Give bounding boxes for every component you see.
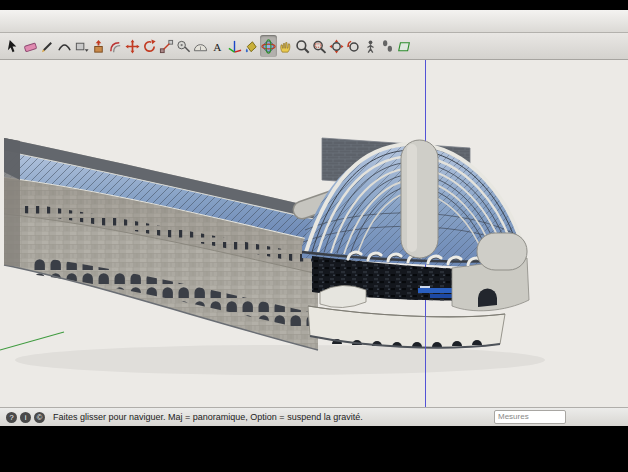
zoom-tool-button[interactable] (294, 35, 311, 57)
offset-tool-button[interactable] (107, 35, 124, 57)
zoom-extents-tool-button[interactable] (328, 35, 345, 57)
green-axis-line (0, 332, 64, 350)
status-hint-text: Faites glisser pour naviguer. Maj = pano… (53, 412, 363, 422)
status-info-icon[interactable]: i (20, 412, 31, 423)
status-bar: ? i © Faites glisser pour naviguer. Maj … (0, 407, 628, 426)
eraser-tool-button[interactable] (22, 35, 39, 57)
screen: A (0, 0, 628, 472)
right-end-cylinder (477, 233, 527, 270)
select-tool-button[interactable] (5, 35, 22, 57)
previous-view-tool-button[interactable] (345, 35, 362, 57)
building-right-section (302, 138, 529, 348)
model-scene (0, 60, 628, 407)
shapes-tool-button[interactable] (73, 35, 90, 57)
walk-tool-button[interactable] (379, 35, 396, 57)
tape-measure-tool-button[interactable] (175, 35, 192, 57)
push-pull-tool-button[interactable] (90, 35, 107, 57)
measurements-field[interactable]: Mesures (494, 410, 566, 424)
text-tool-button[interactable]: A (209, 35, 226, 57)
pan-tool-button[interactable] (277, 35, 294, 57)
window-titlebar (0, 10, 628, 33)
toolbar: A (0, 33, 628, 60)
rotate-tool-button[interactable] (141, 35, 158, 57)
line-tool-button[interactable] (39, 35, 56, 57)
drawing-canvas[interactable] (0, 60, 628, 407)
building-left-wing (4, 138, 318, 350)
section-plane-tool-button[interactable] (396, 35, 413, 57)
arc-tool-button[interactable] (56, 35, 73, 57)
position-camera-tool-button[interactable] (362, 35, 379, 57)
move-tool-button[interactable] (124, 35, 141, 57)
paint-bucket-tool-button[interactable] (243, 35, 260, 57)
protractor-tool-button[interactable] (192, 35, 209, 57)
ground-shadow (15, 345, 545, 375)
interior-white-object (320, 285, 366, 307)
scale-tool-button[interactable] (158, 35, 175, 57)
zoom-window-tool-button[interactable] (311, 35, 328, 57)
status-help-icon[interactable]: ? (6, 412, 17, 423)
orbit-tool-button[interactable] (260, 35, 277, 57)
status-credits-icon[interactable]: © (34, 412, 45, 423)
sketchup-window: A (0, 10, 628, 426)
svg-text:A: A (213, 40, 222, 52)
tower-cylinder (401, 140, 438, 258)
axes-tool-button[interactable] (226, 35, 243, 57)
